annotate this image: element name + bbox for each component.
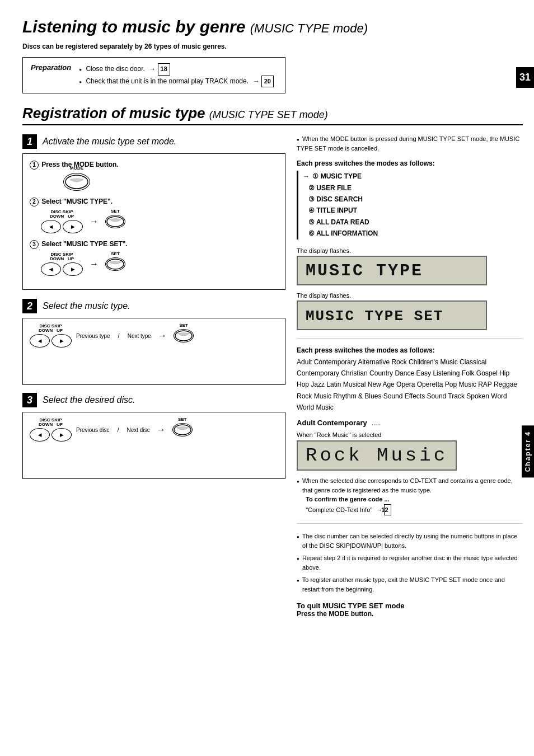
mode-item-3: ③ DISC SEARCH (303, 194, 523, 205)
disc-skip-pair-disc: ◀ ▶ (30, 428, 72, 442)
main-title-text1: Listening to music by genre (22, 17, 245, 36)
prev-disc-label: Previous disc (76, 427, 109, 433)
bullet-1: ● (79, 67, 82, 72)
substep-2: 2 Select "MUSIC TYPE". DISC SKIPDOWN UP … (30, 198, 278, 233)
genre-list: Adult Contemporary Alternative Rock Chil… (297, 356, 523, 414)
mode-item-6: ⑥ ALL INFORMATION (303, 228, 523, 239)
mode-item-1: → ① MUSIC TYPE (303, 171, 523, 182)
subtitle-desc: Discs can be registered separately by 26… (22, 41, 523, 51)
page-number: 31 (516, 67, 534, 88)
to-quit-body: Press the MODE button. (297, 610, 523, 618)
divider-1 (297, 338, 523, 339)
step3-nav: DISC SKIPDOWN UP ◀ ▶ Previous disc / Nex… (30, 418, 278, 442)
substep-3-label: 3 Select "MUSIC TYPE SET". (30, 240, 278, 249)
mode-button[interactable] (63, 173, 90, 191)
prep-label: Preparation (31, 63, 71, 72)
divider-2 (297, 523, 523, 524)
lcd2-text: MUSIC TYPE SET (306, 308, 443, 325)
prep-ref-2: 20 (261, 76, 274, 88)
set-button-disc[interactable] (172, 423, 193, 436)
step1-title: Activate the music type set mode. (43, 137, 176, 147)
lcd-display-2: MUSIC TYPE SET (297, 300, 487, 330)
set-button-1[interactable] (105, 215, 125, 228)
disc-skip-disc: DISC SKIPDOWN UP ◀ ▶ (30, 418, 72, 442)
cdtext-ref: 12 (384, 504, 391, 516)
prep-step-1: ● Close the disc door. → 18 (79, 63, 274, 76)
left-column: 1 Activate the music type set mode. 1 Pr… (22, 134, 285, 618)
section2-title: Registration of music type (MUSIC TYPE S… (22, 105, 523, 125)
genre-selected-label: Adult Contemporary (297, 419, 367, 427)
up-button[interactable]: ▶ (63, 220, 83, 233)
set-button-2[interactable] (105, 257, 125, 271)
bullet-2: ● (79, 79, 82, 84)
substep-1: 1 Press the MODE button. (30, 161, 278, 191)
set-button-type[interactable] (174, 329, 194, 342)
confirm-genre-label: To confirm the genre code ... (306, 496, 390, 503)
main-title: Listening to music by genre (MUSIC TYPE … (22, 17, 523, 37)
step2-box: DISC SKIPDOWN UP ◀ ▶ Previous type / Nex… (22, 318, 285, 385)
substep-2-label: 2 Select "MUSIC TYPE". (30, 198, 278, 206)
modes-header: Each press switches the modes as follows… (297, 159, 523, 167)
substep-2-num: 2 (30, 198, 39, 206)
step2-number: 2 (22, 299, 37, 313)
arrow-type: → (158, 331, 167, 341)
step3-box: DISC SKIPDOWN UP ◀ ▶ Previous disc / Nex… (22, 412, 285, 479)
next-disc-btn[interactable]: ▶ (51, 428, 72, 442)
next-type-btn[interactable]: ▶ (51, 334, 72, 348)
prep-step-1-text: Close the disc door. (86, 65, 144, 73)
step2-title: Select the music type. (43, 301, 130, 311)
down-button-2[interactable]: ◀ (41, 262, 61, 276)
bottom-note-1: ● The disc number can be selected direct… (297, 532, 523, 550)
lcd1-text: MUSIC TYPE (306, 261, 423, 280)
lcd-container-1: The display flashes. MUSIC TYPE (297, 247, 523, 285)
lcd3-text: Rock Music (306, 445, 448, 466)
prev-type-label: Previous type (76, 333, 110, 339)
lcd2-label: The display flashes. (297, 292, 523, 299)
cdtext-note: ● When the selected disc corresponds to … (297, 476, 523, 515)
prev-type-btn[interactable]: ◀ (30, 334, 50, 348)
lcd-container-2: The display flashes. MUSIC TYPE SET (297, 292, 523, 330)
disc-skip-buttons-2: ◀ ▶ (41, 262, 83, 276)
disc-skip-control: DISC SKIPDOWN UP ◀ ▶ (41, 210, 83, 233)
substep-3: 3 Select "MUSIC TYPE SET". DISC SKIPDOWN… (30, 240, 278, 276)
two-col-layout: 1 Activate the music type set mode. 1 Pr… (22, 134, 523, 618)
arrow-2: → (90, 259, 99, 269)
to-quit-header: To quit MUSIC TYPE SET mode (297, 602, 523, 610)
preparation-box: Preparation ● Close the disc door. → 18 … (22, 57, 285, 93)
genre-selected-row: Adult Contemporary ..... (297, 419, 523, 427)
mode-item-4: ④ TITLE INPUT (303, 205, 523, 216)
down-button[interactable]: ◀ (41, 220, 61, 233)
prep-ref-1: 18 (158, 63, 170, 76)
bottom-note-3: ● To register another music type, exit t… (297, 575, 523, 594)
substep-2-btn-row: DISC SKIPDOWN UP ◀ ▶ → (30, 210, 278, 233)
modes-list: → ① MUSIC TYPE ② USER FILE ③ DISC SEARCH… (297, 171, 523, 239)
step1-number: 1 (22, 134, 37, 149)
section2-subtitle: (MUSIC TYPE SET mode) (209, 109, 328, 120)
chapter-tab: Chapter 4 (522, 425, 534, 477)
step2-header: 2 Select the music type. (22, 299, 285, 313)
mode-item-5: ⑤ ALL DATA READ (303, 217, 523, 228)
prep-step-2-text: Check that the unit is in the normal pla… (86, 77, 249, 85)
prep-content: ● Close the disc door. → 18 ● Check that… (79, 63, 274, 87)
step2-nav: DISC SKIPDOWN UP ◀ ▶ Previous type / Nex… (30, 324, 278, 348)
main-title-text2: (MUSIC TYPE mode) (250, 21, 368, 35)
page-container: 31 Chapter 4 Listening to music by genre… (0, 0, 534, 756)
substep-3-btn-row: DISC SKIPDOWN UP ◀ ▶ → (30, 252, 278, 276)
arrow-disc: → (157, 425, 166, 435)
step3-title: Select the desired disc. (43, 395, 135, 405)
bottom-note-2: ● Repeat step 2 if it is required to reg… (297, 553, 523, 572)
step3-header: 3 Select the desired disc. (22, 393, 285, 407)
lcd-display-3: Rock Music (297, 440, 457, 471)
section2-title-text: Registration of music type (22, 105, 205, 121)
disc-skip-buttons: ◀ ▶ (41, 220, 83, 233)
up-button-2[interactable]: ▶ (63, 262, 83, 276)
disc-skip-pair-type: ◀ ▶ (30, 334, 72, 348)
next-type-label: Next type (128, 333, 151, 339)
substep-1-btn-row (30, 173, 278, 191)
cdtext-quote: "Complete CD-Text Info" (306, 506, 372, 513)
prev-disc-btn[interactable]: ◀ (30, 428, 50, 442)
disc-skip-type: DISC SKIPDOWN UP ◀ ▶ (30, 324, 72, 348)
substep-1-num: 1 (30, 161, 39, 170)
step1-box: 1 Press the MODE button. (22, 153, 285, 290)
mode-item-2: ② USER FILE (303, 182, 523, 194)
